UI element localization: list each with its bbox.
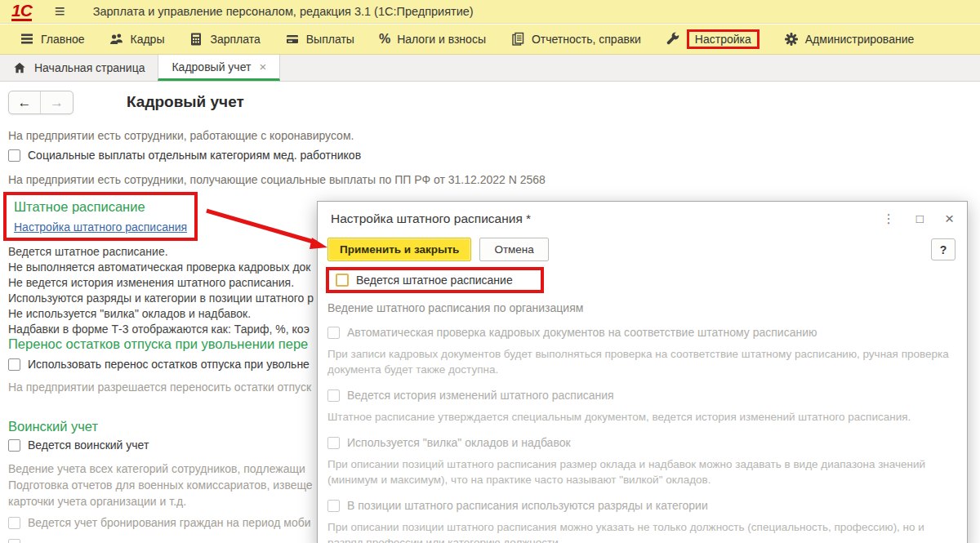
tab-bar: Начальная страница Кадровый учет × — [0, 55, 980, 82]
staffing-highlight-box: Штатное расписание Настройка штатного ра… — [3, 192, 198, 241]
history-checkbox[interactable] — [327, 389, 340, 402]
tab-label: Начальная страница — [34, 61, 145, 74]
help-button[interactable]: ? — [931, 238, 956, 260]
back-button[interactable]: ← — [9, 91, 41, 113]
menu-item-salary[interactable]: Зарплата — [189, 32, 260, 47]
social-payments-note: На предприятии есть сотрудники, получающ… — [8, 173, 546, 186]
military-note: Ведение учета всех категорий сотрудников… — [8, 461, 313, 510]
option-row-auto-check: Автоматическая проверка кадровых докумен… — [327, 326, 956, 339]
maximize-icon[interactable]: □ — [916, 212, 924, 225]
staffing-settings-link[interactable]: Настройка штатного расписания — [14, 220, 187, 234]
menu-label: Отчетность, справки — [532, 33, 641, 46]
clipped-checkbox[interactable] — [8, 539, 20, 543]
sections-icon — [20, 32, 34, 47]
forward-button[interactable]: → — [41, 91, 73, 113]
main-checkbox-highlight-box: Ведется штатное расписание — [326, 267, 544, 293]
grades-checkbox[interactable] — [327, 500, 340, 512]
card-icon — [285, 32, 300, 47]
staffing-status-lines: Ведется штатное расписание. Не выполняет… — [8, 244, 314, 337]
status-line: Ведется штатное расписание. — [8, 244, 314, 260]
dialog-title: Настройка штатного расписания * — [331, 211, 862, 226]
menu-item-taxes[interactable]: % Налоги и взносы — [379, 32, 486, 47]
clipped-row — [8, 539, 20, 543]
main-menu-hamburger-icon[interactable]: ≡ — [55, 3, 65, 20]
note-line: Ведение учета всех категорий сотрудников… — [8, 461, 313, 477]
menu-label: Зарплата — [210, 33, 260, 46]
staffing-settings-dialog: Настройка штатного расписания * ⋮ □ × Пр… — [317, 201, 968, 543]
status-line: Надбавки в форме Т-3 отображаются как: Т… — [8, 322, 314, 337]
reservation-row: Ведется учет бронирования граждан на пер… — [8, 516, 311, 529]
reservation-checkbox[interactable] — [8, 517, 20, 529]
more-actions-icon[interactable]: ⋮ — [883, 212, 895, 225]
vacation-row: Использовать перенос остатков отпуска пр… — [8, 358, 310, 371]
menu-label: Налоги и взносы — [397, 33, 486, 46]
note-line: карточки учета организации и т.д. — [8, 493, 313, 510]
option-row-grades: В позиции штатного расписания используют… — [327, 499, 956, 512]
window-title: Зарплата и управление персоналом, редакц… — [93, 5, 474, 18]
option-row-history: Ведется история изменений штатного распи… — [327, 389, 956, 402]
dialog-title-bar: Настройка штатного расписания * ⋮ □ × — [318, 202, 967, 231]
menu-item-staff[interactable]: Кадры — [109, 32, 165, 47]
cancel-button[interactable]: Отмена — [479, 238, 548, 261]
option-description: При описании позиций штатного расписания… — [327, 456, 956, 487]
keep-staffing-schedule-checkbox[interactable] — [336, 274, 349, 287]
title-bar: 1С ≡ Зарплата и управление персоналом, р… — [0, 0, 980, 24]
dialog-body: Ведется штатное расписание Ведение штатн… — [318, 261, 967, 543]
social-payments-row: Социальные выплаты отдельным категориям … — [8, 149, 361, 162]
option-label: В позиции штатного расписания используют… — [347, 499, 708, 512]
menu-item-main[interactable]: Главное — [20, 32, 85, 47]
dialog-toolbar: Применить и закрыть Отмена ? — [318, 231, 967, 261]
close-icon[interactable]: × — [945, 212, 954, 225]
settings-highlight-box: Настройка — [687, 29, 760, 49]
1c-logo-icon: 1С — [11, 2, 32, 21]
page-title: Кадровый учет — [127, 93, 244, 111]
covid-note: На предприятии есть сотрудники, работающ… — [8, 129, 354, 142]
option-description: Штатное расписание утверждается специаль… — [327, 409, 956, 425]
apply-and-close-button[interactable]: Применить и закрыть — [327, 238, 471, 261]
status-line: Не используется "вилка" окладов и надбав… — [8, 306, 314, 322]
history-nav-buttons: ← → — [8, 91, 74, 114]
military-records-label: Ведется воинский учет — [28, 438, 149, 452]
option-description: При описании позиции штатного расписания… — [327, 519, 956, 543]
people-icon — [109, 32, 124, 47]
status-line: Не выполняется автоматическая проверка к… — [8, 260, 314, 275]
menu-label: Кадры — [131, 33, 165, 46]
option-row-salary-range: Используется "вилка" окладов и надбавок — [327, 436, 956, 449]
menu-item-settings[interactable]: Настройка — [666, 29, 760, 49]
sections-menu-bar: Главное Кадры Зарплата Выплаты % Налоги … — [0, 24, 980, 55]
menu-item-payments[interactable]: Выплаты — [285, 32, 354, 47]
option-description: При записи кадровых документов будет вып… — [327, 346, 956, 377]
tab-close-icon[interactable]: × — [259, 60, 266, 73]
gear-icon — [784, 32, 799, 47]
option-label: Используется "вилка" окладов и надбавок — [347, 436, 571, 449]
military-row: Ведется воинский учет — [8, 438, 149, 452]
report-icon — [510, 32, 525, 47]
auto-check-checkbox[interactable] — [327, 327, 340, 339]
wrench-icon — [666, 32, 680, 47]
social-payments-checkbox[interactable] — [8, 149, 20, 162]
menu-label: Выплаты — [306, 33, 354, 46]
application-window: 1С ≡ Зарплата и управление персоналом, р… — [0, 0, 980, 543]
percent-icon: % — [379, 32, 390, 47]
menu-label: Администрирование — [805, 33, 915, 46]
vacation-transfer-label: Использовать перенос остатков отпуска пр… — [28, 358, 310, 371]
keep-staffing-schedule-label: Ведется штатное расписание — [356, 274, 513, 287]
option-label: Ведется история изменений штатного распи… — [347, 389, 614, 402]
social-payments-label: Социальные выплаты отдельным категориям … — [28, 149, 361, 162]
tab-home-page[interactable]: Начальная страница — [0, 55, 158, 81]
status-line: Используются разряды и категории в позиц… — [8, 291, 314, 306]
option-label: Автоматическая проверка кадровых докумен… — [347, 326, 817, 339]
tab-personnel-records[interactable]: Кадровый учет × — [158, 55, 280, 81]
status-line: Не ведется история изменения штатного ра… — [8, 275, 314, 291]
military-records-checkbox[interactable] — [8, 439, 20, 452]
calculator-icon — [189, 32, 203, 47]
tab-label: Кадровый учет — [172, 60, 251, 73]
menu-label: Главное — [41, 33, 85, 46]
vacation-transfer-checkbox[interactable] — [8, 358, 20, 371]
salary-range-checkbox[interactable] — [327, 437, 340, 449]
menu-item-administration[interactable]: Администрирование — [784, 32, 915, 47]
note-line: Подготовка отчетов для военных комиссари… — [8, 477, 313, 493]
menu-item-reports[interactable]: Отчетность, справки — [510, 32, 641, 47]
vacation-note: На предприятии разрешается переносить ос… — [8, 381, 311, 394]
staffing-heading: Штатное расписание — [14, 199, 187, 215]
